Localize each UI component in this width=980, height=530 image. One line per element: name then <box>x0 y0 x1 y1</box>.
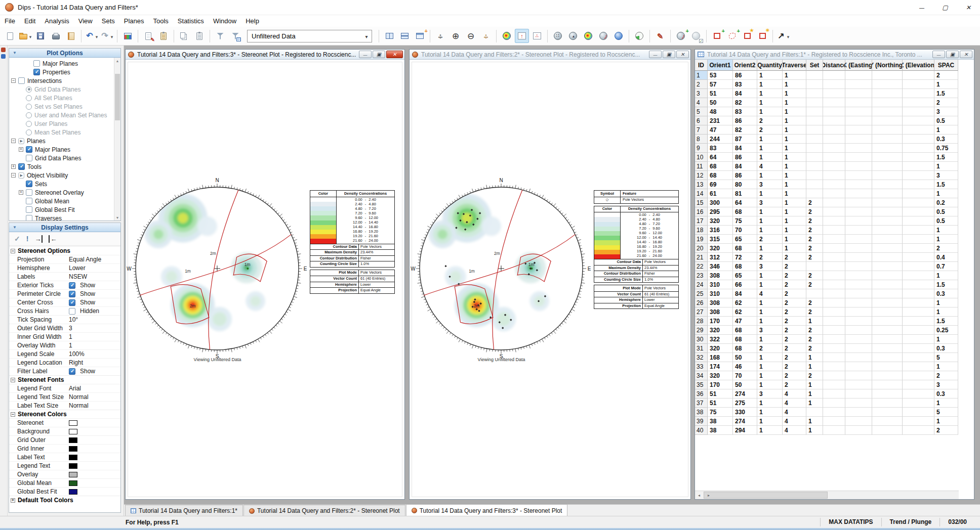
filter-data-button[interactable] <box>228 29 242 43</box>
table-cell[interactable]: 231 <box>708 116 733 125</box>
table-cell[interactable]: 1 <box>934 189 958 198</box>
table-cell[interactable] <box>872 326 903 335</box>
table-cell[interactable]: 2 <box>806 216 823 226</box>
table-cell[interactable]: 2 <box>806 344 823 353</box>
table-cell[interactable]: 300 <box>708 198 733 207</box>
radio-button[interactable] <box>26 129 32 136</box>
table-cell[interactable] <box>872 226 903 235</box>
table-cell[interactable]: 1.5 <box>934 317 958 326</box>
setting-value[interactable]: Normal <box>69 402 120 409</box>
table-cell[interactable]: 2 <box>934 71 958 80</box>
checkbox[interactable] <box>26 206 32 213</box>
menu-tools[interactable]: Tools <box>149 16 173 26</box>
datasheet-button[interactable] <box>156 29 171 43</box>
table-cell[interactable] <box>823 198 845 207</box>
table-cell[interactable] <box>806 171 823 180</box>
table-cell[interactable] <box>845 353 872 362</box>
table-cell[interactable]: 1 <box>783 89 806 98</box>
table-cell[interactable]: 51 <box>708 399 733 408</box>
table-cell[interactable]: 1 <box>757 144 783 153</box>
table-cell[interactable]: 1 <box>934 307 958 317</box>
table-cell[interactable] <box>823 408 845 417</box>
warning-icon[interactable]: ! <box>26 235 29 243</box>
table-cell[interactable]: 4 <box>783 426 806 435</box>
table-cell[interactable]: 2 <box>934 98 958 107</box>
table-cell[interactable] <box>823 298 845 307</box>
setting-value[interactable] <box>69 455 120 460</box>
row-header-cell[interactable]: 14 <box>695 189 708 198</box>
table-cell[interactable] <box>872 298 903 307</box>
tree-item-properties[interactable]: Properties <box>9 68 114 76</box>
table-cell[interactable] <box>823 171 845 180</box>
restore-button[interactable] <box>663 51 675 58</box>
table-cell[interactable] <box>823 189 845 198</box>
table-cell[interactable] <box>872 98 903 107</box>
table-cell[interactable]: 87 <box>733 135 757 144</box>
table-cell[interactable] <box>823 353 845 362</box>
dropdown-arrow-icon[interactable] <box>28 31 32 40</box>
menu-sets[interactable]: Sets <box>97 16 119 26</box>
table-cell[interactable]: 65 <box>733 271 757 280</box>
table-cell[interactable]: 2 <box>783 344 806 353</box>
column-header-id[interactable]: ID <box>695 60 708 71</box>
setting-value[interactable]: Lower <box>69 264 120 272</box>
table-cell[interactable]: 1 <box>806 389 823 399</box>
table-cell[interactable]: 1 <box>934 298 958 307</box>
setting-value[interactable] <box>69 463 120 469</box>
table-cell[interactable] <box>845 226 872 235</box>
table-cell[interactable] <box>872 144 903 153</box>
table-cell[interactable] <box>823 317 845 326</box>
expand-icon[interactable]: + <box>11 164 16 169</box>
table-cell[interactable]: 4 <box>783 399 806 408</box>
stereonet-canvas[interactable]: NESW2m1m1m2m ColorDensity Concentrations… <box>126 60 404 499</box>
tree-item-object-visibility[interactable]: −Object Visibility <box>9 171 114 180</box>
color-swatch[interactable] <box>69 489 77 495</box>
row-header-cell[interactable]: 17 <box>695 216 708 226</box>
table-cell[interactable] <box>823 207 845 216</box>
table-cell[interactable]: 1 <box>757 307 783 317</box>
table-cell[interactable]: 1 <box>934 125 958 135</box>
table-cell[interactable] <box>823 135 845 144</box>
color-swatch[interactable] <box>69 420 77 426</box>
table-cell[interactable] <box>845 89 872 98</box>
table-cell[interactable]: 312 <box>708 253 733 262</box>
table-cell[interactable] <box>845 153 872 162</box>
table-cell[interactable] <box>903 298 934 307</box>
table-cell[interactable] <box>872 116 903 125</box>
table-cell[interactable]: 83 <box>733 107 757 116</box>
table-cell[interactable] <box>806 408 823 417</box>
table-cell[interactable] <box>845 198 872 207</box>
table-cell[interactable] <box>845 253 872 262</box>
table-cell[interactable]: 50 <box>733 353 757 362</box>
row-header-cell[interactable]: 9 <box>695 144 708 153</box>
scatter-plot-button[interactable]: ∴ <box>530 29 544 43</box>
table-cell[interactable]: 3 <box>934 107 958 116</box>
column-header-spac[interactable]: SPAC <box>934 60 958 71</box>
table-cell[interactable]: 2 <box>806 198 823 207</box>
table-cell[interactable]: 320 <box>708 216 733 226</box>
tree-item-user-and-mean-set-planes[interactable]: User and Mean Set Planes <box>9 111 114 119</box>
expand-icon[interactable]: + <box>19 190 23 195</box>
add-curved-set-window-button[interactable]: + <box>725 29 739 43</box>
table-cell[interactable]: 2 <box>783 317 806 326</box>
table-cell[interactable] <box>872 71 903 80</box>
setting-value[interactable]: Normal <box>69 393 120 401</box>
app-titlebar[interactable]: Dips - Tutorial 14 Data Query and Filter… <box>0 0 980 15</box>
table-cell[interactable] <box>823 280 845 289</box>
row-header-cell[interactable]: 26 <box>695 298 708 307</box>
setting-value[interactable]: 1 <box>69 333 120 340</box>
table-cell[interactable] <box>845 271 872 280</box>
table-cell[interactable]: 1 <box>806 362 823 371</box>
table-cell[interactable]: 68 <box>733 244 757 253</box>
table-cell[interactable]: 66 <box>733 280 757 289</box>
table-cell[interactable]: 2 <box>783 271 806 280</box>
table-cell[interactable]: 1 <box>934 80 958 89</box>
table-cell[interactable] <box>823 235 845 244</box>
table-cell[interactable] <box>903 98 934 107</box>
table-cell[interactable] <box>845 262 872 271</box>
table-cell[interactable] <box>845 344 872 353</box>
grid-data-planes-button[interactable]: ✓ <box>689 29 703 43</box>
table-cell[interactable] <box>845 144 872 153</box>
table-cell[interactable]: 2 <box>757 344 783 353</box>
table-cell[interactable]: 1 <box>757 98 783 107</box>
